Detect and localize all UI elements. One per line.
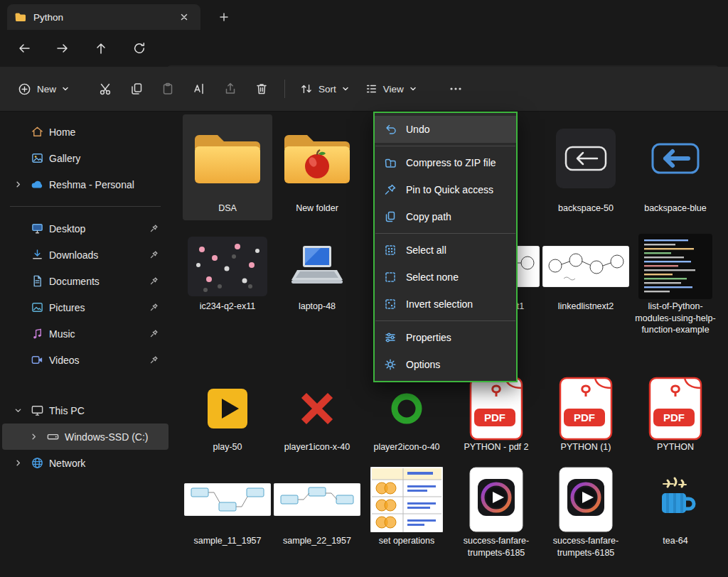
- file-item-tea-64[interactable]: tea-64: [631, 464, 720, 547]
- back-button[interactable]: [10, 36, 38, 61]
- menu-item-compress-zip[interactable]: Compress to ZIP file: [375, 149, 516, 176]
- sort-button-label: Sort: [318, 84, 336, 95]
- menu-item-select-all[interactable]: Select all: [375, 237, 516, 264]
- cut-button[interactable]: [90, 75, 121, 103]
- sidebar-item-documents[interactable]: Documents: [2, 268, 168, 294]
- sidebar-item-pictures[interactable]: Pictures: [2, 294, 168, 320]
- sidebar-item-desktop[interactable]: Desktop: [2, 215, 168, 242]
- tab-bar: Python: [0, 0, 728, 30]
- sidebar-item-gallery[interactable]: Gallery: [2, 145, 168, 171]
- backspace-blue-icon: [646, 114, 705, 203]
- delete-button[interactable]: [246, 75, 277, 103]
- close-icon: [179, 12, 189, 22]
- diagram-thumbnail: [184, 464, 271, 535]
- sidebar-item-windows-ssd[interactable]: Windows-SSD (C:): [2, 424, 168, 450]
- file-item-python-1[interactable]: PDF PYTHON (1): [541, 376, 631, 453]
- media-file-icon: [558, 464, 614, 535]
- sidebar-item-downloads[interactable]: Downloads: [2, 242, 168, 268]
- pdf-file-icon: PDF: [469, 376, 524, 441]
- file-item-player2-o[interactable]: player2icon-o-40: [362, 376, 451, 453]
- menu-separator: [375, 233, 515, 234]
- laptop-icon: [287, 232, 347, 301]
- sort-button[interactable]: Sort: [292, 76, 357, 102]
- diagram-thumbnail: [274, 464, 360, 535]
- file-item-sample-22[interactable]: sample_22_1957: [272, 464, 362, 547]
- file-item-backspace-blue[interactable]: backspace-blue: [631, 114, 720, 215]
- file-item-set-operations[interactable]: set operations: [362, 464, 451, 547]
- file-item-new-folder[interactable]: New folder: [272, 114, 362, 215]
- file-item-success-fanfare-2[interactable]: success-fanfare-trumpets-6185: [541, 464, 631, 559]
- downloads-icon: [30, 248, 44, 262]
- menu-item-copy-path[interactable]: Copy path: [375, 203, 516, 230]
- file-item-list-of-python-modules[interactable]: list-of-Python-modules-using-help-functi…: [631, 232, 720, 336]
- new-tab-button[interactable]: [215, 8, 233, 26]
- pin-icon: [149, 329, 159, 338]
- new-button-label: New: [37, 84, 56, 95]
- chevron-right-icon[interactable]: [11, 459, 25, 468]
- chevron-down-icon[interactable]: [11, 406, 25, 415]
- navigation-bar: This PC Windows-SSD (C:) Reshma Drive Py…: [0, 30, 728, 67]
- tab-python[interactable]: Python: [7, 4, 200, 30]
- sidebar-item-home[interactable]: Home: [2, 119, 168, 145]
- file-item-sample-11[interactable]: sample_11_1957: [183, 464, 272, 547]
- share-button[interactable]: [215, 75, 246, 103]
- file-item-python-pdf-2[interactable]: PDF PYTHON - pdf 2: [451, 376, 541, 453]
- more-options-button[interactable]: [440, 75, 471, 103]
- copy-icon: [129, 82, 144, 96]
- view-button-label: View: [383, 84, 404, 95]
- svg-text:PDF: PDF: [484, 411, 505, 424]
- folder-icon: [191, 114, 264, 203]
- file-item-linkedlistnext2[interactable]: linkedlistnext2: [541, 232, 631, 313]
- sidebar-item-music[interactable]: Music: [2, 320, 168, 347]
- sidebar-item-videos[interactable]: Videos: [2, 347, 168, 373]
- pdf-file-icon: PDF: [558, 376, 614, 441]
- rename-icon: [192, 82, 206, 96]
- menu-item-properties[interactable]: Properties: [375, 324, 516, 351]
- file-item-dsa[interactable]: DSA: [183, 114, 272, 220]
- menu-item-select-none[interactable]: Select none: [375, 264, 516, 291]
- menu-item-invert-selection[interactable]: Invert selection: [375, 291, 516, 318]
- view-icon: [365, 82, 378, 95]
- share-icon: [223, 82, 237, 96]
- file-item-play-50[interactable]: play-50: [183, 376, 272, 453]
- scissors-icon: [98, 82, 112, 96]
- up-arrow-icon: [94, 41, 108, 55]
- pictures-icon: [30, 301, 44, 315]
- chevron-right-icon[interactable]: [11, 180, 25, 189]
- documents-icon: [30, 274, 44, 288]
- view-button[interactable]: View: [357, 76, 424, 102]
- invert-selection-icon: [384, 298, 397, 311]
- music-icon: [30, 327, 44, 341]
- file-item-laptop-48[interactable]: laptop-48: [272, 232, 362, 313]
- close-tab-button[interactable]: [175, 8, 193, 26]
- forward-button[interactable]: [48, 36, 77, 61]
- sidebar-item-network[interactable]: Network: [2, 450, 168, 476]
- x-icon: [299, 376, 336, 441]
- plus-icon: [219, 12, 229, 22]
- menu-item-undo[interactable]: Undo: [375, 116, 516, 143]
- file-item-backspace-50[interactable]: backspace-50: [541, 114, 631, 215]
- rename-button[interactable]: [183, 75, 215, 103]
- up-button[interactable]: [87, 36, 115, 61]
- undo-icon: [384, 123, 397, 136]
- chevron-right-icon[interactable]: [26, 433, 41, 441]
- pdf-file-icon: PDF: [648, 376, 703, 441]
- menu-item-options[interactable]: Options: [375, 351, 516, 378]
- file-item-success-fanfare-1[interactable]: success-fanfare-trumpets-6185: [451, 464, 541, 559]
- file-item-player1-x[interactable]: player1icon-x-40: [272, 376, 362, 453]
- copy-path-icon: [384, 210, 397, 223]
- sidebar-item-onedrive[interactable]: Reshma - Personal: [2, 171, 168, 198]
- menu-item-pin-quick-access[interactable]: Pin to Quick access: [375, 176, 516, 203]
- sidebar-item-this-pc[interactable]: This PC: [2, 397, 168, 424]
- file-item-ic234[interactable]: ic234-q2-ex11: [183, 232, 272, 313]
- pin-icon: [149, 303, 159, 312]
- sidebar-divider: [10, 206, 161, 207]
- this-pc-icon: [30, 404, 44, 418]
- tea-mug-icon: [651, 464, 700, 535]
- sidebar: Home Gallery Reshma - Personal Desktop D…: [0, 112, 171, 577]
- paste-button[interactable]: [152, 75, 183, 103]
- file-item-python[interactable]: PDF PYTHON: [631, 376, 720, 453]
- new-button[interactable]: New: [10, 76, 77, 102]
- refresh-button[interactable]: [125, 36, 154, 61]
- copy-button[interactable]: [121, 75, 152, 103]
